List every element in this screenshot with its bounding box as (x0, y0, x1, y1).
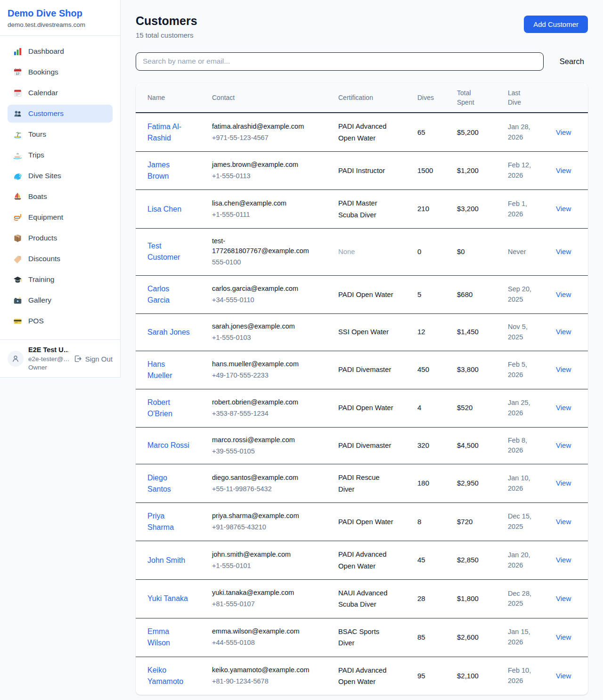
customer-total-spent: $520 (457, 404, 473, 412)
customer-name-link[interactable]: Test Customer (147, 240, 191, 263)
sidebar-item-trips[interactable]: Trips (8, 146, 113, 164)
search-input[interactable] (136, 52, 544, 71)
table-row: Yuki Tanaka yuki.tanaka@example.com +81-… (136, 579, 588, 618)
dive-sites-icon (13, 172, 22, 181)
sidebar-item-gallery[interactable]: Gallery (8, 291, 113, 309)
table-row: Lisa Chen lisa.chen@example.com +1-555-0… (136, 190, 588, 229)
customer-name-link[interactable]: Lisa Chen (147, 204, 181, 215)
customer-dives: 4 (417, 404, 421, 412)
view-link[interactable]: View (556, 556, 571, 564)
table-row: Emma Wilson emma.wilson@example.com +44-… (136, 618, 588, 657)
customers-table: NameContactCertificationDivesTotal Spent… (136, 83, 588, 695)
customer-phone: +81-90-1234-5678 (212, 676, 327, 687)
customer-name-link[interactable]: Emma Wilson (147, 626, 191, 649)
view-link[interactable]: View (556, 633, 571, 641)
user-email: e2e-tester@… (28, 355, 69, 363)
view-link[interactable]: View (556, 594, 571, 602)
dashboard-icon (13, 47, 22, 56)
shop-name[interactable]: Demo Dive Shop (8, 8, 113, 19)
customer-name-link[interactable]: Marco Rossi (147, 440, 189, 451)
user-info: E2E Test U… e2e-tester@… Owner (28, 346, 69, 372)
sidebar-item-tours[interactable]: Tours (8, 125, 113, 143)
sidebar-item-bookings[interactable]: 17 Bookings (8, 63, 113, 81)
customer-name-link[interactable]: James Brown (147, 159, 191, 182)
sidebar-item-dashboard[interactable]: Dashboard (8, 42, 113, 60)
customer-certification: None (338, 246, 355, 257)
sidebar-item-dive-sites[interactable]: Dive Sites (8, 167, 113, 185)
customer-dives: 45 (417, 556, 425, 564)
view-link[interactable]: View (556, 365, 571, 373)
sidebar-item-pos[interactable]: POS (8, 312, 113, 330)
customer-dives: 8 (417, 518, 421, 526)
customer-dives: 180 (417, 479, 429, 487)
customer-last-dive: Jan 25, 2026 (508, 398, 541, 419)
view-link[interactable]: View (556, 518, 571, 526)
add-customer-button[interactable]: Add Customer (524, 16, 588, 33)
customer-total-spent: $4,500 (457, 441, 479, 449)
view-link[interactable]: View (556, 247, 571, 255)
customer-email: yuki.tanaka@example.com (212, 588, 320, 598)
sidebar-item-label: Customers (28, 109, 64, 118)
sidebar-item-calendar[interactable]: Calendar (8, 84, 113, 102)
sign-out-button[interactable]: Sign Out (73, 354, 113, 363)
sidebar-item-label: Boats (28, 192, 47, 201)
view-link[interactable]: View (556, 672, 571, 680)
customer-email: james.brown@example.com (212, 160, 320, 170)
customer-name-link[interactable]: Diego Santos (147, 472, 191, 495)
customer-dives: 65 (417, 128, 425, 136)
pos-icon (13, 317, 22, 326)
sidebar-item-discounts[interactable]: Discounts (8, 250, 113, 268)
sidebar-item-label: Products (28, 234, 57, 242)
sidebar-item-customers[interactable]: Customers (8, 105, 113, 123)
user-icon (11, 354, 20, 363)
view-link[interactable]: View (556, 441, 571, 449)
view-link[interactable]: View (556, 166, 571, 174)
customer-name-link[interactable]: Hans Mueller (147, 359, 191, 381)
table-row: Marco Rossi marco.rossi@example.com +39-… (136, 427, 588, 464)
customers-icon (13, 109, 22, 118)
customer-last-dive: Dec 15, 2025 (508, 511, 541, 532)
customer-email: fatima.alrashid@example.com (212, 122, 320, 132)
view-link[interactable]: View (556, 404, 571, 412)
view-link[interactable]: View (556, 479, 571, 487)
customer-phone: +1-555-0103 (212, 333, 327, 343)
training-icon (13, 275, 22, 284)
sign-out-label: Sign Out (85, 355, 113, 363)
customer-name-link[interactable]: Yuki Tanaka (147, 593, 188, 604)
customer-name-link[interactable]: Fatima Al-Rashid (147, 121, 191, 144)
customer-name-link[interactable]: Sarah Jones (147, 327, 190, 338)
customer-certification: BSAC Sports Diver (338, 626, 394, 649)
table-row: Diego Santos diego.santos@example.com +5… (136, 464, 588, 503)
customer-dives: 320 (417, 441, 429, 449)
search-button[interactable]: Search (556, 57, 588, 66)
table-row: Hans Mueller hans.mueller@example.com +4… (136, 351, 588, 389)
sidebar-item-label: POS (28, 317, 44, 325)
view-link[interactable]: View (556, 205, 571, 213)
customer-name-link[interactable]: Priya Sharma (147, 511, 191, 533)
sidebar-item-label: Dashboard (28, 47, 64, 56)
sidebar-item-boats[interactable]: Boats (8, 188, 113, 206)
sidebar-item-training[interactable]: Training (8, 271, 113, 288)
sidebar-item-label: Gallery (28, 296, 51, 305)
sidebar-item-products[interactable]: Products (8, 229, 113, 247)
customer-name-link[interactable]: Keiko Yamamoto (147, 665, 191, 687)
sidebar-item-label: Bookings (28, 68, 58, 76)
shop-domain: demo.test.divestreams.com (8, 21, 113, 28)
view-link[interactable]: View (556, 328, 571, 336)
sidebar-item-equipment[interactable]: Equipment (8, 208, 113, 226)
customer-certification: SSI Open Water (338, 326, 389, 338)
customer-total-spent: $680 (457, 290, 473, 298)
equipment-icon (13, 213, 22, 222)
customer-last-dive: Nov 5, 2025 (508, 322, 541, 343)
customer-name-link[interactable]: Robert O'Brien (147, 397, 191, 420)
view-link[interactable]: View (556, 128, 571, 136)
trips-icon (13, 151, 22, 160)
customer-phone: +34-555-0110 (212, 295, 327, 305)
sidebar-item-label: Equipment (28, 213, 63, 222)
customer-name-link[interactable]: John Smith (147, 555, 185, 566)
page-title: Customers (136, 14, 197, 28)
customer-name-link[interactable]: Carlos Garcia (147, 283, 191, 306)
view-link[interactable]: View (556, 290, 571, 298)
customer-dives: 0 (417, 247, 421, 255)
customer-certification: PADI Master Scuba Diver (338, 198, 394, 221)
